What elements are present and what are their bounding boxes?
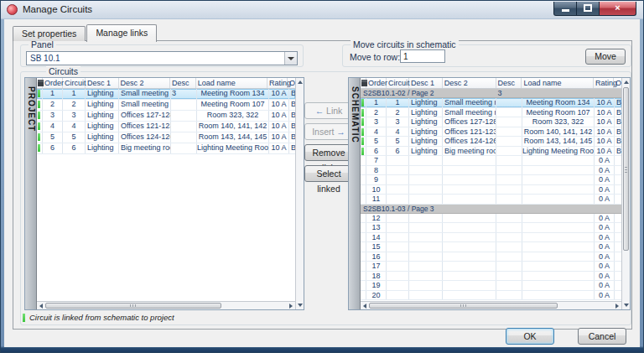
column-header-desc-2[interactable]: Desc 2 (119, 78, 170, 88)
remove-link-button[interactable]: Remove link (304, 144, 353, 161)
column-header-o[interactable]: O (614, 78, 621, 88)
table-row[interactable]: 150 A (361, 242, 621, 252)
h-scroll-thumb[interactable] (369, 303, 558, 309)
column-header-o[interactable]: O (288, 78, 295, 88)
table-row[interactable]: 120 A (361, 214, 621, 224)
scroll-down-icon[interactable] (624, 304, 629, 307)
maximize-icon[interactable] (577, 2, 600, 16)
cell-desc2 (443, 223, 496, 232)
h-scroll-thumb[interactable] (45, 303, 221, 309)
column-header-circuit[interactable]: Circuit (63, 78, 86, 88)
column-header-desc-3[interactable]: Desc 3 (496, 78, 522, 88)
ok-button[interactable]: OK (506, 328, 554, 345)
schematic-h-scrollbar[interactable] (361, 301, 621, 309)
link-button[interactable]: ← Link (304, 102, 353, 119)
table-row[interactable]: 160 A (361, 252, 621, 262)
table-row[interactable]: 44LightingOffices 121-123Room 140, 141, … (361, 127, 621, 138)
scroll-down-icon[interactable] (298, 304, 303, 307)
column-header-rating[interactable]: Rating (267, 78, 288, 88)
cell-rating: 10 A (595, 127, 615, 137)
cell-circuit (387, 272, 409, 281)
table-row[interactable]: 180 A (361, 272, 621, 282)
cell-rating: 0 A (595, 242, 615, 252)
cell-o: B (289, 143, 295, 153)
table-row[interactable]: 140 A (361, 233, 621, 243)
table-row[interactable]: 80 A (361, 166, 621, 176)
table-row[interactable]: 170 A (361, 262, 621, 272)
table-row[interactable]: 66LightingBig meeting roomLighting Meeti… (37, 143, 295, 154)
scroll-right-icon[interactable] (615, 304, 619, 309)
table-row[interactable]: 11LightingSmall meeting room 1Meeting Ro… (361, 98, 621, 108)
table-row[interactable]: 44LightingOffices 121-123Room 140, 141, … (37, 122, 295, 132)
cell-circuit (387, 166, 409, 175)
project-v-scrollbar[interactable] (295, 78, 304, 309)
scroll-up-icon[interactable] (298, 80, 303, 84)
link-marker-cell (37, 89, 43, 99)
cell-load-name: Meeting Room 107 (197, 100, 269, 110)
v-scroll-thumb[interactable] (623, 87, 629, 251)
cancel-button[interactable]: Cancel (578, 328, 626, 345)
table-row[interactable]: 55LightingOffices 124-126Room 143, 144, … (37, 132, 295, 143)
scroll-right-icon[interactable] (289, 304, 293, 309)
column-header-desc-1[interactable]: Desc 1 (409, 78, 443, 88)
table-row[interactable]: 70 A (361, 156, 621, 166)
table-row[interactable]: 130 A (361, 223, 621, 233)
table-row[interactable]: 22LightingSmall meeting room 2Meeting Ro… (37, 100, 295, 111)
insert-button[interactable]: Insert → (304, 123, 353, 140)
cell-desc2: Big meeting room (119, 143, 171, 153)
column-header-load-name[interactable]: Load name (196, 78, 267, 88)
table-row[interactable]: 100 A (361, 185, 621, 195)
cell-load-name (522, 185, 595, 195)
schematic-v-scrollbar[interactable] (621, 78, 630, 309)
link-marker-cell (37, 143, 43, 153)
table-row[interactable]: 33LightingOffices 127-128Room 323, 32210… (361, 117, 621, 127)
column-header-order[interactable]: Order (366, 78, 387, 88)
cell-o: B (615, 147, 621, 156)
cell-order: 3 (43, 111, 63, 121)
cell-circuit (387, 223, 409, 232)
cell-circuit (387, 252, 409, 262)
close-icon[interactable]: × (600, 2, 636, 16)
column-header-load-name[interactable]: Load name (522, 78, 594, 88)
cell-desc2: Offices 121-123 (119, 122, 171, 132)
project-h-scrollbar[interactable] (37, 301, 295, 309)
scroll-left-icon[interactable] (363, 304, 366, 309)
move-button[interactable]: Move (585, 49, 626, 65)
table-row[interactable]: 11LightingSmall meeting room 1Meeting Ro… (37, 89, 295, 100)
table-row[interactable]: 66LightingBig meeting roomLighting Meeti… (361, 147, 621, 157)
chevron-down-icon[interactable] (284, 52, 297, 65)
tab-set-properties[interactable]: Set properties (13, 26, 86, 41)
minimize-icon[interactable] (553, 2, 577, 16)
column-header-desc-2[interactable]: Desc 2 (443, 78, 496, 88)
cell-circuit: 1 (387, 98, 409, 107)
scroll-left-icon[interactable] (39, 304, 43, 309)
link-marker (38, 122, 40, 130)
column-header-rating[interactable]: Rating (594, 78, 614, 88)
select-linked-button[interactable]: Select linked (304, 165, 353, 182)
table-row[interactable]: 110 A (361, 195, 621, 205)
cell-desc1 (409, 195, 443, 204)
move-to-row-input[interactable] (400, 49, 445, 63)
table-row[interactable]: 55LightingOffices 124-126Room 143, 144, … (361, 137, 621, 147)
link-marker-cell (37, 111, 43, 121)
column-header-circuit[interactable]: Circuit (387, 78, 409, 88)
cell-order: 4 (366, 127, 387, 137)
panel-select[interactable]: SB 10.1 (26, 51, 298, 65)
table-row[interactable]: 33LightingOffices 127-128Room 323, 32210… (37, 111, 295, 122)
column-header-order[interactable]: Order (43, 78, 63, 88)
column-header-desc-3[interactable]: Desc 3 (170, 78, 196, 88)
table-row[interactable]: 22LightingSmall meeting room 2Meeting Ro… (361, 108, 621, 118)
link-legend: Circuit is linked from schematic to proj… (23, 313, 174, 322)
arrow-right-icon: → (334, 127, 345, 137)
link-marker-cell (37, 100, 43, 110)
cell-load-name (522, 214, 595, 223)
cell-rating: 10 A (595, 108, 615, 117)
cell-desc1 (409, 272, 443, 281)
scroll-up-icon[interactable] (624, 80, 629, 84)
tab-manage-links[interactable]: Manage links (86, 24, 157, 42)
table-row[interactable]: 200 A (361, 291, 621, 301)
table-row[interactable]: 190 A (361, 281, 621, 291)
column-header-desc-1[interactable]: Desc 1 (86, 78, 119, 88)
table-row[interactable]: 90 A (361, 175, 621, 185)
cell-o: B (289, 100, 295, 110)
